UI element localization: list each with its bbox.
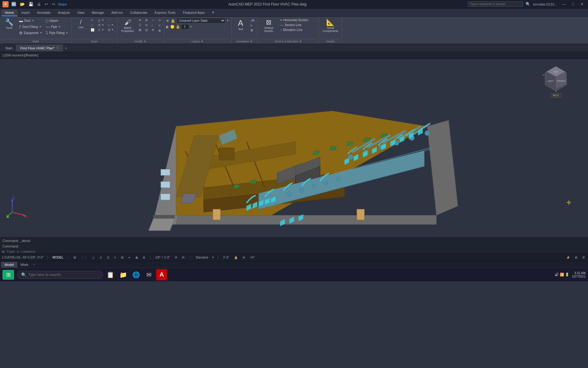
redo-button[interactable]: ↪ xyxy=(51,2,56,7)
elevation-line-button[interactable]: ↕ Elevation Line xyxy=(279,28,309,32)
taskbar-app-mail[interactable]: ✉ xyxy=(143,269,154,280)
tab-analyze[interactable]: Analyze xyxy=(54,10,74,16)
work-tab[interactable]: Work xyxy=(17,262,32,267)
layer-num-dropdown[interactable]: ▼ xyxy=(190,25,192,28)
model-space-button[interactable]: MODEL xyxy=(51,255,65,259)
viewport-scale-button[interactable]: 3'-6" xyxy=(222,255,230,259)
tab-collaborate[interactable]: Collaborate xyxy=(126,10,151,16)
taskbar-app-explorer[interactable]: 📁 xyxy=(118,269,129,280)
vertical-section-button[interactable]: ⊠ VerticalSection xyxy=(259,18,278,34)
isolate-button[interactable]: 🔒 xyxy=(233,255,239,259)
minimize-button[interactable]: — xyxy=(560,1,567,7)
transparency-button[interactable]: ◑ xyxy=(134,255,139,259)
stretch-button[interactable]: ↔ xyxy=(150,18,156,22)
nav-cube[interactable]: TOP FRONT LEFT S W WCS xyxy=(542,65,570,99)
section-line-button[interactable]: — Section Line xyxy=(279,23,309,27)
taskbar-search-input[interactable] xyxy=(28,273,89,277)
dim-button[interactable]: ↕A xyxy=(249,18,256,23)
spline-button[interactable]: ⋯ xyxy=(107,18,115,22)
ellipse-dropdown[interactable]: ▼ xyxy=(111,24,114,26)
trim-button[interactable]: ⊞ xyxy=(138,28,143,32)
taskbar-search-box[interactable]: 🔍 xyxy=(17,271,103,279)
text-button[interactable]: A Text xyxy=(233,18,248,32)
lineweight-button[interactable]: ━ xyxy=(127,255,131,259)
workspace-dropdown[interactable]: ▼ xyxy=(212,256,214,259)
annotation-auto-button[interactable]: A↑ xyxy=(181,255,187,259)
tab-add-ins[interactable]: Add-ins xyxy=(107,10,126,16)
chamfer-button[interactable]: ⊂ xyxy=(157,23,162,28)
mtext-button[interactable]: ≡ xyxy=(249,23,256,28)
tab-first-floor-hvac[interactable]: First Floor HVAC Plan* ✕ xyxy=(16,45,63,52)
maximize-button[interactable]: □ xyxy=(570,1,576,7)
equipment-button[interactable]: ⚙ Equipment ▼ xyxy=(18,30,43,36)
save-button[interactable]: 💾 xyxy=(28,2,34,7)
pipe-button[interactable]: — Pipe ▼ xyxy=(45,24,70,30)
open-button[interactable]: 📂 xyxy=(19,2,26,7)
copy-button[interactable]: ⊘ xyxy=(144,18,149,22)
taskbar-app-files[interactable]: 📋 xyxy=(105,269,116,280)
pipe-fitting-dropdown-arrow[interactable]: ▼ xyxy=(66,32,68,34)
arc-dropdown[interactable]: ▼ xyxy=(102,19,104,21)
arc-button[interactable]: △▼ xyxy=(97,18,105,22)
nav-cube-svg[interactable]: TOP FRONT LEFT S W xyxy=(542,65,570,93)
ducs-button[interactable]: ⊞ xyxy=(120,255,125,259)
tab-manage[interactable]: Manage xyxy=(88,10,108,16)
tab-express-tools[interactable]: Express Tools xyxy=(151,10,179,16)
polar-button[interactable]: ⊙ xyxy=(98,255,103,259)
detail-components-button[interactable]: 📐 DetailComponents xyxy=(321,18,340,34)
tab-home[interactable]: Home xyxy=(1,10,17,16)
grid-button[interactable]: ⊞ xyxy=(72,255,77,259)
hatch-button[interactable]: ↺▼ xyxy=(97,23,105,27)
pipe-dropdown-arrow[interactable]: ▼ xyxy=(58,25,61,28)
gradient-dropdown[interactable]: ▼ xyxy=(102,29,104,31)
line-button[interactable]: / Line xyxy=(74,18,88,30)
customization-button[interactable]: ☰ xyxy=(581,255,586,259)
duct-dropdown-arrow[interactable]: ▼ xyxy=(32,19,34,22)
layer-state-dropdown[interactable]: Unsaved Layer State xyxy=(176,18,225,24)
taskbar-app-autocad[interactable]: A xyxy=(156,269,167,280)
tab-start[interactable]: Start xyxy=(1,45,16,52)
snap-button[interactable]: ⋮⋮ xyxy=(80,255,88,259)
polyline-button[interactable]: ⊹ xyxy=(89,18,96,22)
gradient-button[interactable]: ▽▼ xyxy=(97,28,105,32)
explode-button[interactable]: ⊕ xyxy=(157,28,162,33)
share-button[interactable]: Share xyxy=(58,2,67,6)
workspace-button[interactable]: Standard xyxy=(194,255,209,259)
osnap-button[interactable]: ⊡ xyxy=(106,255,111,259)
circle-button[interactable]: ◌ xyxy=(89,23,96,27)
keyword-search-input[interactable] xyxy=(468,2,523,7)
duct-fitting-dropdown-arrow[interactable]: ▼ xyxy=(39,25,42,28)
duct-button[interactable]: ▬ Duct ▼ xyxy=(18,18,43,24)
layer-dropdown-arrow[interactable]: ▼ xyxy=(227,19,229,22)
block-dropdown[interactable]: ▼ xyxy=(111,29,114,31)
ortho-button[interactable]: ⊥ xyxy=(91,255,96,259)
tools-button[interactable]: 🔧 Tools xyxy=(2,18,17,31)
tab-view[interactable]: View xyxy=(74,10,88,16)
hatch-dropdown[interactable]: ▼ xyxy=(102,24,104,26)
otrack-button[interactable]: ≡ xyxy=(113,255,117,259)
rotation-button[interactable]: +0° xyxy=(249,255,256,259)
extend-button[interactable]: ◎ xyxy=(144,28,149,32)
viewport[interactable]: Z X Y TOP FRONT LEFT S W xyxy=(0,59,588,237)
search-icon[interactable]: 🔍 xyxy=(526,2,530,6)
horizontal-section-button[interactable]: ━ Horizontal Section xyxy=(279,18,309,22)
tab-hvac-close[interactable]: ✕ xyxy=(56,46,59,50)
pipe-fitting-button[interactable]: ⤵ Pipe Fitting ▼ xyxy=(45,30,70,36)
selection-cycling-button[interactable]: ⊕ xyxy=(141,255,146,259)
rotate-button[interactable]: ⬡ xyxy=(138,23,143,27)
tab-insert[interactable]: Insert xyxy=(17,10,33,16)
duct-fitting-button[interactable]: ⤴ Duct Fitting ▼ xyxy=(18,24,43,30)
add-layout-tab-button[interactable]: + xyxy=(32,262,36,267)
table-button[interactable]: ⊞ xyxy=(249,28,256,33)
clean-screen-button[interactable]: ⊞ xyxy=(574,255,579,259)
hardware-accel-button[interactable]: ⚡ xyxy=(565,255,571,259)
fillet-button[interactable]: ⊃ xyxy=(157,18,162,22)
block-button[interactable]: ⊡▼ xyxy=(107,28,115,32)
space-button[interactable]: □ Space xyxy=(45,18,70,24)
equipment-dropdown-arrow[interactable]: ▼ xyxy=(40,32,42,34)
annotation-scale-button[interactable]: 1/8" = 1'-0" xyxy=(154,255,172,259)
array-button[interactable]: ⟲ xyxy=(150,28,156,32)
close-button[interactable]: ✕ xyxy=(579,1,586,7)
scale-button[interactable]: ↕ xyxy=(150,23,156,27)
tab-more[interactable]: ▾ xyxy=(209,9,218,16)
